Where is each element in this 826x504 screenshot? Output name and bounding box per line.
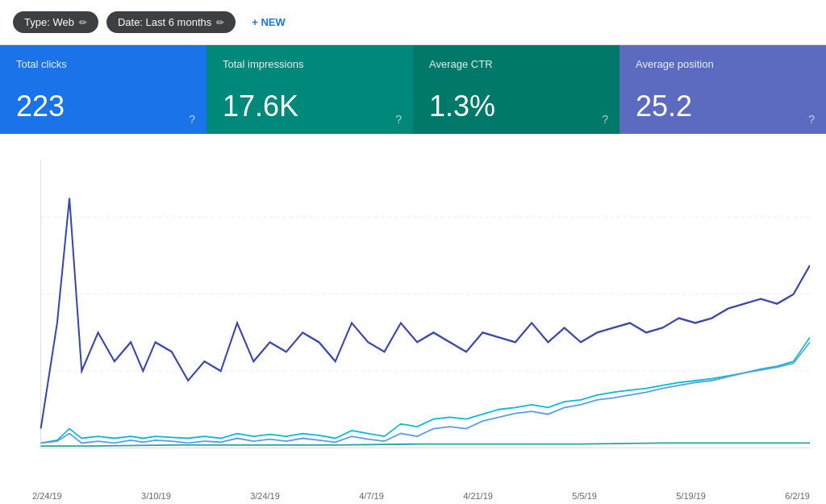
x-axis-label: 4/21/19 xyxy=(463,491,493,501)
new-button[interactable]: + NEW xyxy=(244,11,294,33)
metric-label: Average position xyxy=(636,58,810,70)
x-axis-label: 6/2/19 xyxy=(785,491,810,501)
metric-card-average-position[interactable]: Average position 25.2 ? xyxy=(620,45,826,134)
info-icon[interactable]: ? xyxy=(395,113,402,126)
metric-card-total-impressions[interactable]: Total impressions 17.6K ? xyxy=(206,45,413,134)
metric-value: 1.3% xyxy=(429,92,603,121)
info-icon[interactable]: ? xyxy=(808,113,815,126)
metrics-row: Total clicks 223 ? Total impressions 17.… xyxy=(0,45,826,134)
date-filter-chip[interactable]: Date: Last 6 months ✏ xyxy=(106,11,236,33)
info-icon[interactable]: ? xyxy=(602,113,608,126)
info-icon[interactable]: ? xyxy=(189,113,195,126)
edit-icon-date: ✏ xyxy=(216,17,224,28)
type-filter-chip[interactable]: Type: Web ✏ xyxy=(13,11,98,33)
chart-area: 2/24/193/10/193/24/194/7/194/21/195/5/19… xyxy=(0,134,826,504)
metric-value: 17.6K xyxy=(223,92,397,121)
metric-value: 25.2 xyxy=(636,92,810,121)
x-axis-label: 5/19/19 xyxy=(676,491,706,501)
metric-label: Average CTR xyxy=(429,58,603,70)
x-axis-label: 3/10/19 xyxy=(141,491,171,501)
chart-container xyxy=(8,150,810,496)
x-axis-label: 4/7/19 xyxy=(359,491,384,501)
type-filter-label: Type: Web xyxy=(24,16,74,28)
edit-icon: ✏ xyxy=(79,17,87,28)
metric-label: Total clicks xyxy=(16,58,190,70)
line-chart xyxy=(8,150,810,496)
x-axis-labels: 2/24/193/10/193/24/194/7/194/21/195/5/19… xyxy=(0,488,826,501)
x-axis-label: 3/24/19 xyxy=(250,491,280,501)
top-bar: Type: Web ✏ Date: Last 6 months ✏ + NEW xyxy=(0,0,826,45)
metric-value: 223 xyxy=(16,92,190,121)
date-filter-label: Date: Last 6 months xyxy=(118,16,211,28)
metric-card-average-ctr[interactable]: Average CTR 1.3% ? xyxy=(413,45,620,134)
x-axis-label: 5/5/19 xyxy=(572,491,597,501)
x-axis-label: 2/24/19 xyxy=(32,491,62,501)
metric-label: Total impressions xyxy=(223,58,397,70)
metric-card-total-clicks[interactable]: Total clicks 223 ? xyxy=(0,45,206,134)
